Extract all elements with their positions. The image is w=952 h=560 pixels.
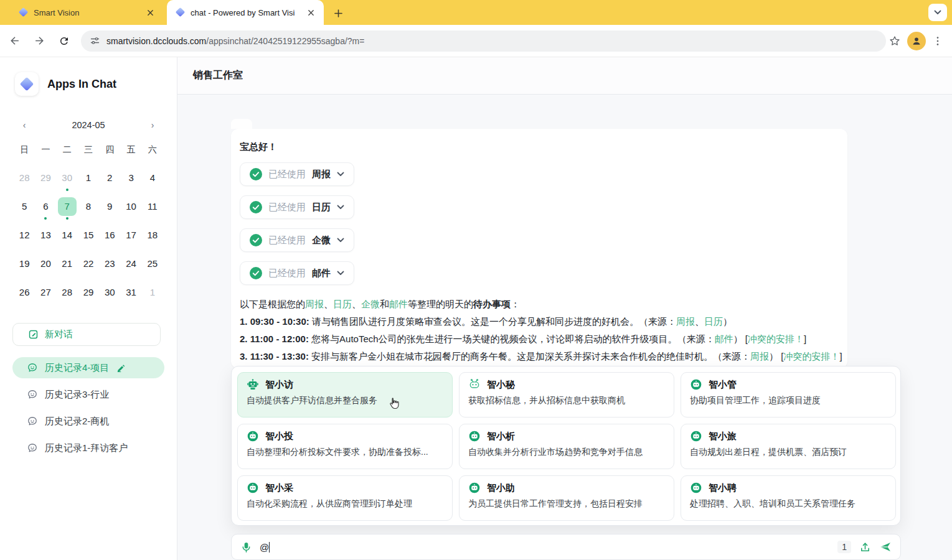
calendar-day[interactable]: 22 <box>79 254 98 273</box>
calendar-day[interactable]: 5 <box>15 197 34 216</box>
calendar-day[interactable]: 30 <box>58 169 77 187</box>
url-text[interactable]: smartvision.dcclouds.com/appsinchat/2404… <box>106 36 364 46</box>
edit-pencil-icon[interactable] <box>116 363 126 373</box>
agent-card-zhixiaotou[interactable]: 智小投 自动整理和分析投标文件要求，协助准备投标... <box>237 424 453 469</box>
link-mail[interactable]: 邮件 <box>389 299 408 309</box>
calendar-prev-icon[interactable]: ‹ <box>17 118 31 132</box>
tab-smart-vision[interactable]: Smart Vision <box>10 0 163 25</box>
calendar-day[interactable]: 15 <box>79 226 98 245</box>
source-link[interactable]: 周报 <box>750 351 769 362</box>
calendar-day[interactable]: 19 <box>15 254 34 273</box>
calendar-day[interactable]: 14 <box>58 226 77 245</box>
used-tool-chip-weekly[interactable]: 已经使用 周报 <box>240 162 354 186</box>
chip-prefix: 已经使用 <box>268 235 306 246</box>
agent-card-zhixiaomi[interactable]: 智小秘 获取招标信息，并从招标信息中获取商机 <box>459 372 674 418</box>
send-icon[interactable] <box>879 541 892 553</box>
calendar-next-icon[interactable]: › <box>146 118 159 132</box>
agent-card-zhixiaopin[interactable]: 智小聘 处理招聘、入职、培训和员工关系管理任务 <box>681 475 896 521</box>
history-item-4[interactable]: 历史记录4-项目 <box>12 357 164 378</box>
calendar-day[interactable]: 16 <box>100 226 119 245</box>
calendar-day[interactable]: 24 <box>122 254 141 273</box>
link-weekly[interactable]: 周报 <box>305 299 324 309</box>
history-item-1[interactable]: 历史记录1-拜访客户 <box>12 437 164 459</box>
chevron-down-icon[interactable] <box>337 238 344 243</box>
new-tab-button[interactable] <box>330 5 346 21</box>
site-settings-icon[interactable] <box>90 35 100 46</box>
chat-input-bar[interactable]: @ 1 <box>231 534 901 560</box>
calendar-day[interactable]: 21 <box>58 254 77 273</box>
calendar-day[interactable]: 25 <box>143 254 162 273</box>
calendar-day-selected[interactable]: 7 <box>58 197 77 216</box>
agent-card-zhixiaoguan[interactable]: 智小管 协助项目管理工作，追踪项目进度 <box>681 372 896 418</box>
calendar-day[interactable]: 8 <box>79 197 98 216</box>
agent-desc: 处理招聘、入职、培训和员工关系管理任务 <box>690 498 887 510</box>
calendar-day[interactable]: 6 <box>36 197 55 216</box>
agent-card-zhixiaoxi[interactable]: 智小析 自动收集并分析行业市场趋势和竞争对手信息 <box>459 424 674 469</box>
forward-button[interactable] <box>29 30 50 52</box>
calendar-day[interactable]: 30 <box>100 283 119 302</box>
tab-close-icon[interactable] <box>305 7 316 18</box>
source-link[interactable]: 日历 <box>704 316 723 327</box>
url-bar[interactable]: smartvision.dcclouds.com/appsinchat/2404… <box>81 30 886 52</box>
history-item-2[interactable]: 历史记录2-商机 <box>12 411 164 432</box>
calendar-day[interactable]: 1 <box>79 169 98 187</box>
reload-button[interactable] <box>54 30 75 52</box>
calendar-day[interactable]: 29 <box>79 283 98 302</box>
chip-tool: 邮件 <box>312 268 331 279</box>
calendar-day[interactable]: 10 <box>122 197 141 216</box>
chip-prefix: 已经使用 <box>268 169 306 180</box>
agent-mention-popup: 智小访 自动提供客户拜访信息并整合服务 智小秘 获取招标信息，并从招标信息中获取… <box>231 366 901 526</box>
calendar-day[interactable]: 2 <box>100 169 119 187</box>
agent-card-zhixiaolv[interactable]: 智小旅 自动规划出差日程，提供机票、酒店预订 <box>681 424 896 469</box>
browser-window: Smart Vision chat - Powered by Smart Vis… <box>0 0 952 560</box>
calendar-day[interactable]: 28 <box>58 283 77 302</box>
calendar-day[interactable]: 4 <box>143 169 162 187</box>
source-link[interactable]: 邮件 <box>715 334 733 344</box>
browser-menu-icon[interactable] <box>932 35 943 47</box>
calendar-day[interactable]: 20 <box>36 254 55 273</box>
chat-input-value[interactable]: @ <box>260 542 270 553</box>
used-tool-chip-calendar[interactable]: 已经使用 日历 <box>240 195 354 219</box>
calendar-day[interactable]: 11 <box>143 197 162 216</box>
upload-icon[interactable] <box>859 541 871 553</box>
robot-circle-icon <box>690 430 702 442</box>
tab-search-button[interactable] <box>928 4 947 21</box>
profile-avatar[interactable] <box>907 32 926 50</box>
back-button[interactable] <box>4 30 25 52</box>
agent-card-zhixiaofang[interactable]: 智小访 自动提供客户拜访信息并整合服务 <box>237 372 453 418</box>
workspace-header: 销售工作室 <box>177 57 952 95</box>
calendar-day[interactable]: 13 <box>36 226 55 245</box>
source-link[interactable]: 周报 <box>676 316 695 327</box>
chevron-down-icon[interactable] <box>337 172 344 177</box>
calendar-day[interactable]: 3 <box>122 169 141 187</box>
used-tool-chip-wecom[interactable]: 已经使用 企微 <box>240 228 354 252</box>
link-wecom[interactable]: 企微 <box>361 299 380 309</box>
chevron-down-icon[interactable] <box>337 271 344 276</box>
history-item-3[interactable]: 历史记录3-行业 <box>12 384 164 405</box>
calendar-day[interactable]: 29 <box>36 169 55 187</box>
history-item-label: 历史记录2-商机 <box>45 416 109 427</box>
calendar-day[interactable]: 27 <box>36 283 55 302</box>
calendar-month-label: 2024-05 <box>72 120 105 130</box>
calendar-day[interactable]: 18 <box>143 226 162 245</box>
new-chat-button[interactable]: 新对话 <box>12 323 161 346</box>
calendar-day[interactable]: 9 <box>100 197 119 216</box>
tab-close-icon[interactable] <box>144 7 156 18</box>
agent-card-zhixiaocai[interactable]: 智小采 自动化采购流程，从供应商管理到订单处理 <box>237 475 453 521</box>
used-tool-chip-mail[interactable]: 已经使用 邮件 <box>240 261 354 285</box>
agent-card-zhixiaozhu[interactable]: 智小助 为员工提供日常工作管理支持，包括日程安排 <box>459 475 674 521</box>
agent-desc: 获取招标信息，并从招标信息中获取商机 <box>468 395 665 406</box>
bookmark-star-icon[interactable] <box>888 35 901 47</box>
link-calendar[interactable]: 日历 <box>333 299 352 309</box>
calendar-day[interactable]: 17 <box>122 226 141 245</box>
mic-icon[interactable] <box>240 541 252 553</box>
tab-chat-active[interactable]: chat - Powered by Smart Visi <box>167 0 324 25</box>
calendar-day[interactable]: 23 <box>100 254 119 273</box>
chevron-down-icon[interactable] <box>337 205 344 210</box>
calendar-day[interactable]: 1 <box>143 283 162 302</box>
greeting-text: 宝总好！ <box>240 141 839 153</box>
calendar-day[interactable]: 31 <box>122 283 141 302</box>
calendar-day[interactable]: 12 <box>15 226 34 245</box>
calendar-day[interactable]: 28 <box>15 169 34 187</box>
calendar-day[interactable]: 26 <box>15 283 34 302</box>
